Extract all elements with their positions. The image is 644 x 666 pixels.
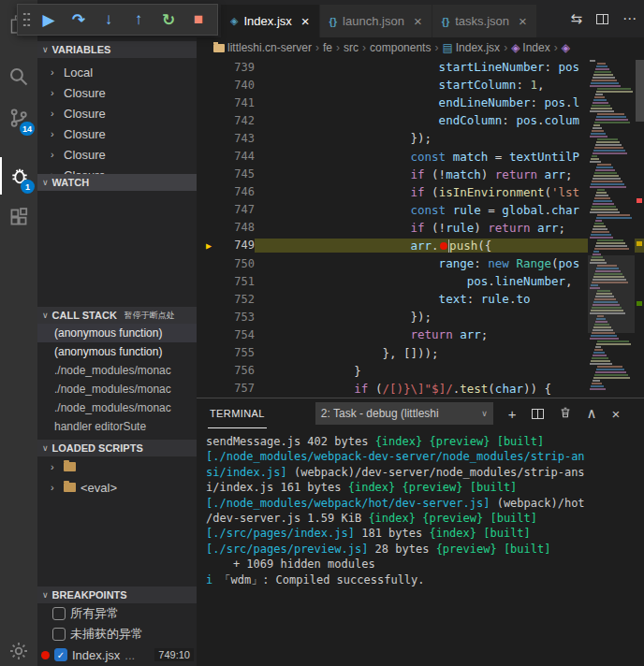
- run-and-debug-icon[interactable]: 1: [0, 157, 37, 195]
- code-line[interactable]: 754return arr;: [197, 326, 644, 343]
- breakpoint-checkbox[interactable]: [52, 628, 66, 641]
- tab-launch-json[interactable]: {}launch.json×: [320, 5, 432, 37]
- variables-scope-row[interactable]: ›Closure: [37, 165, 197, 174]
- breadcrumb-item[interactable]: ▤Index.jsx: [442, 41, 500, 54]
- code-line[interactable]: ▶749arr.push({: [197, 237, 644, 254]
- step-out-button[interactable]: ↑: [124, 7, 154, 33]
- call-stack-frame[interactable]: ./node_modules/monac: [37, 398, 197, 417]
- vscode-window: 14 1 ▶↷↓↑↻■ ◈Index.jsx×{}launch.json×{}t…: [0, 0, 644, 666]
- chevron-right-icon: ›: [51, 149, 59, 160]
- toolbar-drag-handle[interactable]: [22, 11, 31, 28]
- call-stack-frame[interactable]: ./node_modules/monac: [37, 361, 197, 380]
- close-panel-icon[interactable]: ×: [612, 406, 621, 422]
- file-type-icon: ◈: [230, 15, 238, 27]
- minimap[interactable]: [588, 58, 635, 398]
- loaded-script-row[interactable]: ›: [37, 456, 197, 477]
- breakpoint-checkbox[interactable]: [52, 607, 66, 620]
- breadcrumb-item[interactable]: components: [370, 41, 431, 54]
- breadcrumb-item[interactable]: ◈Index: [511, 41, 550, 54]
- variables-scope-row[interactable]: ›Local: [37, 62, 197, 82]
- editor-scrollbar[interactable]: [636, 60, 644, 122]
- minimap-line: [592, 231, 609, 233]
- code-line[interactable]: 744const match = textUntilP: [197, 147, 644, 165]
- tab-index-jsx[interactable]: ◈Index.jsx×: [221, 5, 320, 37]
- code-line[interactable]: 752text: rule.to: [197, 290, 644, 308]
- maximize-panel-icon[interactable]: ∧: [587, 405, 597, 422]
- terminal-output[interactable]: sendMessage.js 402 bytes {index} {previe…: [197, 428, 644, 587]
- line-number: 753: [221, 311, 255, 324]
- line-number: 750: [221, 257, 255, 270]
- minimap-slider[interactable]: [588, 255, 635, 333]
- code-line[interactable]: 741endLineNumber: pos.l: [197, 94, 644, 111]
- call-stack-frame[interactable]: (anonymous function): [37, 324, 197, 342]
- minimap-line: [597, 189, 605, 191]
- overview-ruler: [635, 58, 644, 398]
- code-line[interactable]: 743});: [197, 129, 644, 147]
- extensions-icon[interactable]: [0, 198, 37, 236]
- close-icon[interactable]: ×: [301, 13, 310, 29]
- debug-current-line-arrow-icon[interactable]: ▶: [197, 240, 221, 251]
- breadcrumb-item[interactable]: fe: [323, 41, 332, 54]
- code-line[interactable]: 740startColumn: 1,: [197, 76, 644, 94]
- call-stack-frame[interactable]: handler editorSute: [37, 417, 197, 436]
- inline-breakpoint-icon[interactable]: [440, 242, 447, 250]
- code-line[interactable]: 747const rule = global.char: [197, 201, 644, 219]
- step-into-button[interactable]: ↓: [94, 7, 124, 33]
- scm-badge: 14: [20, 122, 35, 136]
- code-line[interactable]: 742endColumn: pos.colum: [197, 111, 644, 129]
- call-stack-frame[interactable]: (anonymous function): [37, 342, 197, 361]
- code-line[interactable]: 755}, []));: [197, 344, 644, 362]
- continue-button[interactable]: ▶: [34, 7, 64, 33]
- breakpoints-pane-header[interactable]: ∨ BREAKPOINTS: [37, 586, 197, 603]
- breadcrumb-item[interactable]: littleshi.cn-server: [213, 41, 312, 54]
- call-stack-pane-header[interactable]: ∨ CALL STACK 暂停于断点处: [37, 307, 197, 324]
- code-line[interactable]: 757if (/[)}\]"$]/.test(char)) {: [197, 380, 644, 398]
- search-icon[interactable]: [0, 58, 37, 95]
- step-over-button[interactable]: ↷: [64, 7, 94, 33]
- split-terminal-icon[interactable]: [532, 409, 544, 419]
- variables-scope-row[interactable]: ›Closure: [37, 123, 197, 144]
- new-terminal-icon[interactable]: +: [508, 406, 517, 422]
- minimap-line: [597, 239, 623, 241]
- code-line[interactable]: 756}: [197, 362, 644, 380]
- terminal-selector[interactable]: 2: Task - debug (littleshi ∨: [315, 402, 493, 425]
- variables-pane-header[interactable]: ∨ VARIABLES: [37, 41, 197, 58]
- call-stack-frame[interactable]: ./node_modules/monac: [37, 380, 197, 398]
- code-line[interactable]: 746if (isInEnvironment('lst: [197, 183, 644, 201]
- source-control-icon[interactable]: 14: [0, 99, 37, 137]
- code-line[interactable]: 745if (!match) return arr;: [197, 166, 644, 183]
- settings-gear-icon[interactable]: [0, 632, 37, 666]
- breakpoint-row[interactable]: 所有异常: [37, 603, 197, 624]
- variables-scope-row[interactable]: ›Closure: [37, 103, 197, 123]
- more-actions-icon[interactable]: ⋯: [622, 10, 637, 27]
- code-line[interactable]: 748if (!rule) return arr;: [197, 219, 644, 237]
- close-icon[interactable]: ×: [519, 13, 527, 29]
- loaded-scripts-pane-header[interactable]: ∨ LOADED SCRIPTS: [37, 440, 197, 456]
- breadcrumb-item[interactable]: ◈: [562, 41, 570, 54]
- minimap-line: [593, 203, 614, 205]
- code-line[interactable]: 739startLineNumber: pos: [197, 58, 644, 76]
- stop-button[interactable]: ■: [183, 7, 213, 33]
- terminal-tab[interactable]: TERMINAL: [208, 398, 267, 428]
- breadcrumb-item[interactable]: src: [344, 41, 359, 54]
- loaded-script-row[interactable]: ›<eval>: [37, 477, 197, 498]
- code-line[interactable]: 751pos.lineNumber,: [197, 272, 644, 290]
- breakpoint-row[interactable]: ✓Index.jsx...749:10: [37, 644, 197, 665]
- kill-terminal-icon[interactable]: [559, 406, 572, 422]
- close-icon[interactable]: ×: [414, 13, 422, 29]
- breakpoint-row[interactable]: 未捕获的异常: [37, 624, 197, 644]
- variables-scope-row[interactable]: ›Closure: [37, 144, 197, 165]
- variables-scope-row[interactable]: ›Closure: [37, 82, 197, 103]
- breakpoint-checkbox[interactable]: ✓: [54, 648, 67, 661]
- minimap-line: [591, 385, 604, 387]
- toggle-layout-icon[interactable]: ⇆: [570, 10, 582, 27]
- restart-button[interactable]: ↻: [154, 7, 183, 33]
- code-line[interactable]: 750range: new Range(pos: [197, 254, 644, 272]
- code-editor[interactable]: 739startLineNumber: pos740startColumn: 1…: [197, 58, 644, 398]
- line-number: 739: [221, 61, 255, 74]
- tab-tasks-json[interactable]: {}tasks.json×: [432, 5, 537, 37]
- split-editor-icon[interactable]: [596, 14, 608, 24]
- code-line[interactable]: 753});: [197, 308, 644, 326]
- minimap-line: [596, 65, 607, 67]
- watch-pane-header[interactable]: ∨ WATCH: [37, 174, 197, 191]
